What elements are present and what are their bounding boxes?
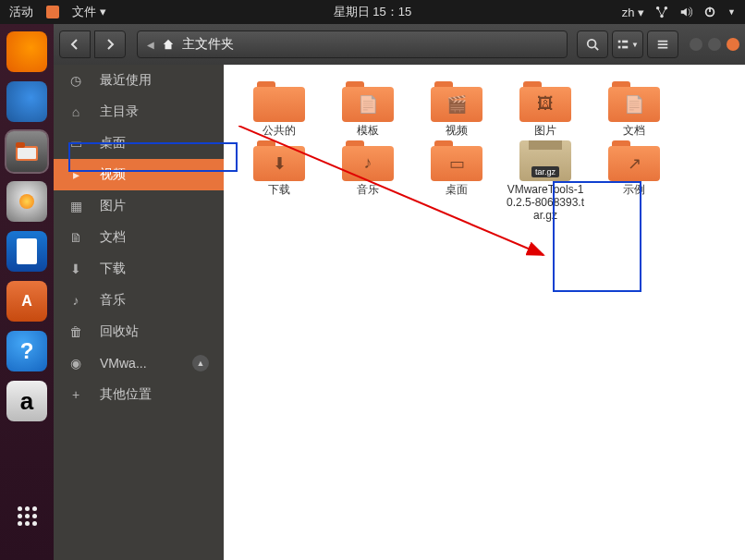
back-button[interactable] [59, 30, 91, 58]
minimize-button[interactable] [690, 38, 702, 51]
folder-icon [253, 81, 305, 122]
file-item-pictures[interactable]: 🖼图片 [501, 81, 590, 137]
file-label: 桌面 [446, 183, 468, 196]
svg-rect-6 [18, 148, 36, 159]
home-icon [162, 38, 175, 51]
file-label: 模板 [357, 124, 379, 137]
sidebar-item-other[interactable]: +其他位置 [54, 379, 224, 410]
folder-icon: ▭ [431, 140, 482, 181]
folder-icon: ♪ [342, 140, 394, 181]
file-item-vmwaretools-archive[interactable]: tar.gzVMwareTools-10.2.5-8068393.tar.gz [501, 140, 590, 222]
disc-icon: ◉ [68, 356, 83, 371]
search-icon [586, 38, 599, 51]
launcher-amazon[interactable] [6, 381, 47, 421]
location-label: 主文件夹 [182, 36, 234, 53]
sidebar-item-label: 音乐 [100, 292, 126, 309]
power-icon[interactable] [703, 6, 716, 18]
system-menu-chevron-icon[interactable]: ▼ [727, 7, 736, 17]
folder-icon: ↗ [608, 140, 660, 181]
header-bar: ◀ 主文件夹 ▼ [54, 24, 745, 65]
file-item-videos[interactable]: 🎬视频 [412, 81, 501, 137]
svg-rect-11 [622, 46, 628, 49]
sidebar-item-vmware-media[interactable]: ◉VMwa...▲ [54, 347, 224, 379]
video-icon: ▸ [68, 167, 83, 182]
file-label: 示例 [623, 183, 645, 196]
sidebar-item-label: 视频 [100, 166, 126, 183]
file-label: 文档 [623, 124, 645, 137]
sidebar-item-trash[interactable]: 🗑回收站 [54, 316, 224, 347]
files-window: ◀ 主文件夹 ▼ ◷最近使用⌂主目录▭桌面▸视频▦图片🗎文档⬇下载♪音乐🗑回收 [54, 24, 745, 560]
clock-icon: ◷ [68, 73, 83, 88]
hamburger-menu-button[interactable] [647, 30, 678, 58]
folder-icon: 🖼 [519, 81, 571, 122]
top-panel: 活动 文件 ▾ 星期日 15：15 zh ▾ ▼ [0, 0, 745, 24]
sidebar-item-documents[interactable]: 🗎文档 [54, 222, 224, 253]
launcher-files[interactable] [6, 131, 47, 172]
chevron-right-icon [104, 39, 116, 50]
folder-icon: 📄 [342, 81, 394, 122]
down-icon: ⬇ [68, 262, 83, 276]
sidebar-item-label: 桌面 [100, 135, 126, 152]
file-item-music[interactable]: ♪音乐 [324, 140, 412, 222]
sidebar-item-desktop[interactable]: ▭桌面 [54, 128, 224, 159]
file-item-templates[interactable]: 📄模板 [324, 81, 412, 137]
file-item-downloads[interactable]: ⬇下载 [235, 140, 324, 222]
app-menu-icon [46, 6, 59, 18]
file-item-desktop[interactable]: ▭桌面 [412, 140, 501, 222]
launcher-dock [0, 24, 54, 560]
file-item-documents[interactable]: 📄文档 [590, 81, 678, 137]
ime-indicator[interactable]: zh ▾ [622, 6, 644, 19]
launcher-rhythmbox[interactable] [6, 181, 47, 222]
launcher-firefox[interactable] [6, 31, 47, 72]
sidebar-item-videos[interactable]: ▸视频 [54, 159, 224, 190]
volume-icon[interactable] [679, 6, 692, 18]
sidebar-item-label: 最近使用 [100, 72, 152, 89]
trash-icon: 🗑 [68, 324, 83, 339]
hamburger-icon [656, 38, 669, 51]
file-label: 图片 [534, 124, 556, 137]
activities-button[interactable]: 活动 [9, 4, 33, 20]
icon-view[interactable]: 公共的📄模板🎬视频🖼图片📄文档⬇下载♪音乐▭桌面tar.gzVMwareTool… [224, 65, 745, 560]
clock[interactable]: 星期日 15：15 [334, 4, 412, 20]
plus-icon: + [68, 387, 83, 402]
places-sidebar: ◷最近使用⌂主目录▭桌面▸视频▦图片🗎文档⬇下载♪音乐🗑回收站◉VMwa...▲… [54, 65, 224, 560]
sidebar-item-downloads[interactable]: ⬇下载 [54, 253, 224, 285]
forward-button[interactable] [94, 30, 126, 58]
sidebar-item-label: 下载 [100, 261, 126, 277]
music-icon: ♪ [68, 293, 83, 308]
sidebar-item-label: 图片 [100, 198, 126, 214]
sidebar-item-pictures[interactable]: ▦图片 [54, 190, 224, 222]
launcher-ubuntu-software[interactable] [6, 281, 47, 322]
sidebar-item-label: VMwa... [100, 356, 147, 371]
launcher-libreoffice-writer[interactable] [6, 231, 47, 272]
file-label: 视频 [446, 124, 468, 137]
sidebar-item-recent[interactable]: ◷最近使用 [54, 65, 224, 96]
file-label: 音乐 [357, 183, 379, 196]
launcher-show-apps[interactable] [6, 506, 47, 547]
view-toggle-button[interactable]: ▼ [612, 30, 643, 58]
maximize-button[interactable] [708, 38, 721, 51]
network-icon[interactable] [655, 6, 668, 18]
svg-rect-5 [16, 142, 25, 148]
search-button[interactable] [577, 30, 608, 58]
file-label: 下载 [268, 183, 290, 196]
eject-icon[interactable]: ▲ [192, 355, 209, 371]
archive-icon: tar.gz [519, 140, 571, 181]
sidebar-item-label: 主目录 [100, 103, 139, 120]
list-view-icon [617, 38, 629, 51]
close-button[interactable] [727, 38, 739, 51]
app-menu[interactable]: 文件 ▾ [72, 4, 106, 20]
launcher-help[interactable] [6, 331, 47, 371]
launcher-thunderbird[interactable] [6, 81, 47, 122]
file-item-examples[interactable]: ↗示例 [590, 140, 678, 222]
file-label: VMwareTools-10.2.5-8068393.tar.gz [506, 183, 585, 222]
sidebar-item-home[interactable]: ⌂主目录 [54, 96, 224, 128]
path-bar[interactable]: ◀ 主文件夹 [137, 30, 568, 58]
home-icon: ⌂ [68, 104, 83, 119]
file-item-public[interactable]: 公共的 [235, 81, 324, 137]
svg-rect-8 [618, 41, 621, 43]
svg-point-7 [588, 40, 596, 48]
path-chevron-icon: ◀ [147, 40, 154, 50]
folder-icon: ⬇ [253, 140, 305, 181]
sidebar-item-music[interactable]: ♪音乐 [54, 285, 224, 316]
